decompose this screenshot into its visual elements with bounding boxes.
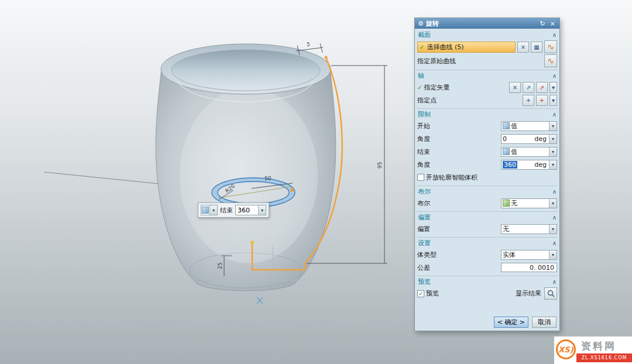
chevron-up-icon[interactable]: ∧ bbox=[552, 241, 557, 246]
origin-curve-label: 指定原始曲线 bbox=[417, 57, 542, 66]
reset-button[interactable]: ↻ bbox=[539, 20, 547, 28]
end-angle-value[interactable]: 360 bbox=[503, 161, 517, 169]
section-group-title: 截面 bbox=[418, 30, 552, 39]
end-angle-value[interactable]: 360 bbox=[236, 207, 258, 214]
cancel-button[interactable]: 取消 bbox=[532, 317, 557, 328]
close-button[interactable]: × bbox=[549, 20, 557, 28]
offset-label: 偏置 bbox=[417, 225, 499, 233]
selection-intent-icon[interactable]: ▦ bbox=[531, 42, 542, 53]
vector-inferred-icon[interactable]: ⇗ bbox=[523, 82, 534, 93]
start-angle-unit: deg bbox=[534, 135, 548, 143]
value-option-icon bbox=[503, 122, 510, 129]
boolean-select[interactable]: 无 ▾ bbox=[501, 198, 557, 208]
open-profile-checkbox[interactable] bbox=[417, 174, 424, 181]
value-option-icon bbox=[503, 148, 510, 155]
preview-checkbox[interactable]: ✓ bbox=[417, 290, 424, 297]
start-limit-row: 开始 值 ▾ bbox=[417, 119, 558, 132]
dialog-titlebar[interactable]: ⚙ 旋转 ↻ × bbox=[415, 18, 559, 29]
axis-group: 轴 ∧ ✓ 指定矢量 × ⇗ ⇗ ▾ 指定点 + + ▾ bbox=[417, 70, 558, 109]
chevron-up-icon[interactable]: ∧ bbox=[552, 215, 557, 221]
chevron-down-icon[interactable]: ▾ bbox=[549, 135, 557, 143]
limits-group-header[interactable]: 限制 ∧ bbox=[417, 109, 558, 119]
chevron-down-icon[interactable]: ▾ bbox=[258, 205, 266, 215]
settings-group-header[interactable]: 设置 ∧ bbox=[417, 238, 558, 248]
point-dialog-icon[interactable]: + bbox=[523, 95, 534, 106]
limit-option-select[interactable]: ▾ bbox=[201, 205, 218, 215]
watermark-site-url: ZL.XS1616.COM bbox=[576, 353, 632, 362]
chevron-up-icon[interactable]: ∧ bbox=[552, 112, 557, 118]
show-result-button[interactable] bbox=[544, 287, 557, 300]
chevron-down-icon[interactable]: ▾ bbox=[549, 147, 557, 156]
vector-dialog-icon[interactable]: × bbox=[509, 82, 521, 93]
curve-rule-icon[interactable]: ∿ bbox=[544, 40, 557, 53]
origin-curve-icon[interactable]: ∿ bbox=[544, 54, 557, 67]
chevron-up-icon[interactable]: ∧ bbox=[552, 279, 557, 285]
body-type-label: 体类型 bbox=[417, 250, 499, 259]
body-type-row: 体类型 实体 ▾ bbox=[417, 248, 558, 261]
dim-diameter: 50 bbox=[265, 176, 272, 181]
end-angle-input[interactable]: 360 deg ▾ bbox=[501, 160, 557, 170]
boolean-group-header[interactable]: 布尔 ∧ bbox=[417, 187, 558, 197]
chevron-up-icon[interactable]: ∧ bbox=[552, 189, 557, 195]
boolean-row: 布尔 无 ▾ bbox=[417, 197, 558, 210]
end-label: 结束 bbox=[417, 147, 499, 156]
offset-select[interactable]: 无 ▾ bbox=[501, 224, 557, 234]
end-angle-row: 角度 360 deg ▾ bbox=[417, 158, 558, 171]
body-type-select[interactable]: 实体 ▾ bbox=[501, 250, 557, 260]
chevron-down-icon[interactable]: ▾ bbox=[549, 250, 557, 259]
chevron-up-icon[interactable]: ∧ bbox=[552, 32, 557, 38]
application-window: 5 95 50 R20 25 ▾ 结束 bbox=[0, 0, 632, 364]
dim-bottom: 25 bbox=[217, 263, 223, 269]
offset-group-header[interactable]: 偏置 ∧ bbox=[417, 212, 558, 222]
open-profile-label: 开放轮廓智能体积 bbox=[426, 173, 557, 182]
onscreen-limit-toolbar[interactable]: ▾ 结束 360 ▾ bbox=[198, 202, 269, 218]
start-angle-value[interactable]: 0 bbox=[503, 135, 533, 143]
section-group-header[interactable]: 截面 ∧ bbox=[417, 30, 558, 40]
select-curve-label: 选择曲线 (5) bbox=[427, 43, 463, 51]
dialog-body: 截面 ∧ ✓ 选择曲线 (5) × ▦ ∿ 指定原始曲线 ∿ bbox=[415, 29, 559, 331]
chevron-up-icon[interactable]: ∧ bbox=[552, 73, 557, 79]
end-angle-unit: deg bbox=[534, 161, 548, 169]
site-watermark: XS) 资料网 ZL.XS1616.COM bbox=[554, 336, 632, 364]
offset-group: 偏置 ∧ 偏置 无 ▾ bbox=[417, 212, 558, 238]
deselect-all-icon[interactable]: × bbox=[517, 42, 529, 53]
specify-point-row: 指定点 + + ▾ bbox=[417, 94, 558, 107]
limits-group-title: 限制 bbox=[418, 110, 552, 119]
preview-group-header[interactable]: 预览 ∧ bbox=[417, 277, 558, 287]
vector-reverse-icon[interactable]: ⇗ bbox=[536, 82, 548, 93]
preview-group: 预览 ∧ ✓ 预览 显示结果 bbox=[417, 276, 558, 302]
offset-group-title: 偏置 bbox=[418, 213, 552, 222]
preview-group-title: 预览 bbox=[418, 277, 552, 286]
axis-group-header[interactable]: 轴 ∧ bbox=[417, 71, 558, 81]
magnifier-icon bbox=[547, 290, 555, 297]
end-limit-select[interactable]: 值 ▾ bbox=[501, 147, 557, 157]
specify-vector-label: 指定矢量 bbox=[424, 83, 507, 92]
chevron-down-icon[interactable]: ▾ bbox=[549, 225, 557, 233]
select-curve-field[interactable]: ✓ 选择曲线 (5) bbox=[417, 42, 516, 53]
limits-group: 限制 ∧ 开始 值 ▾ 角度 0 deg ▾ bbox=[417, 109, 558, 186]
open-profile-row: 开放轮廓智能体积 bbox=[417, 171, 558, 184]
show-result-label: 显示结果 bbox=[516, 289, 541, 298]
point-inferred-icon[interactable]: + bbox=[536, 95, 548, 106]
end-angle-input[interactable]: 360 ▾ bbox=[235, 205, 266, 215]
chevron-down-icon[interactable]: ▾ bbox=[209, 205, 217, 215]
check-icon: ✓ bbox=[420, 44, 424, 50]
preview-label: 预览 bbox=[426, 289, 514, 298]
chevron-down-icon[interactable]: ▾ bbox=[549, 82, 557, 93]
tolerance-input[interactable]: 0. 0010 bbox=[501, 263, 557, 272]
specify-vector-row: ✓ 指定矢量 × ⇗ ⇗ ▾ bbox=[417, 81, 558, 94]
chevron-down-icon[interactable]: ▾ bbox=[549, 122, 557, 131]
chevron-down-icon[interactable]: ▾ bbox=[549, 160, 557, 169]
end-angle-label: 角度 bbox=[417, 160, 499, 169]
x-axis-marker bbox=[257, 297, 263, 304]
start-angle-input[interactable]: 0 deg ▾ bbox=[501, 134, 557, 144]
start-limit-select[interactable]: 值 ▾ bbox=[501, 121, 557, 131]
specify-point-label: 指定点 bbox=[417, 96, 521, 105]
dialog-button-row: < 确定 > 取消 bbox=[417, 314, 558, 329]
ok-button[interactable]: < 确定 > bbox=[494, 317, 528, 328]
section-group: 截面 ∧ ✓ 选择曲线 (5) × ▦ ∿ 指定原始曲线 ∿ bbox=[417, 29, 558, 70]
chevron-down-icon[interactable]: ▾ bbox=[549, 199, 557, 208]
end-label: 结束 bbox=[220, 206, 233, 215]
select-curve-row: ✓ 选择曲线 (5) × ▦ ∿ bbox=[417, 40, 558, 54]
chevron-down-icon[interactable]: ▾ bbox=[549, 95, 557, 106]
